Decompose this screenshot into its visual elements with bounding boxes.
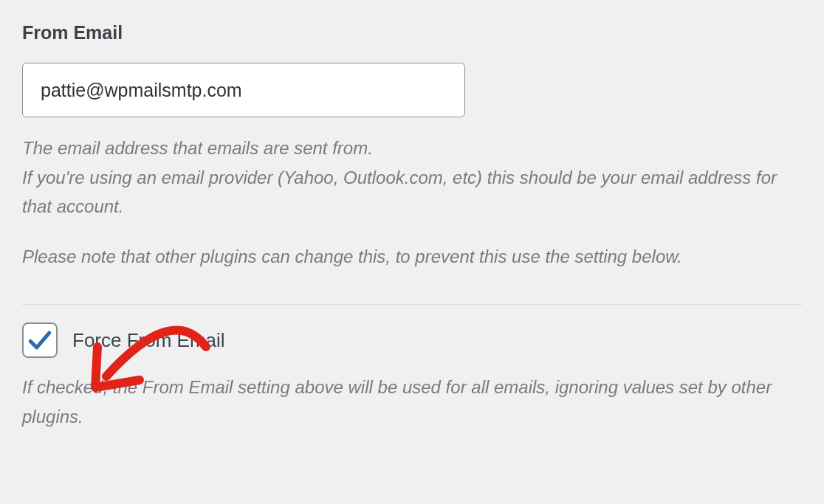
check-icon bbox=[27, 328, 52, 353]
from-email-input[interactable] bbox=[22, 63, 465, 117]
force-from-email-label[interactable]: Force From Email bbox=[72, 329, 225, 352]
section-divider bbox=[22, 304, 802, 305]
help-text-line: The email address that emails are sent f… bbox=[22, 134, 802, 163]
from-email-label: From Email bbox=[22, 22, 802, 44]
help-text-line: Please note that other plugins can chang… bbox=[22, 242, 802, 272]
force-from-email-checkbox[interactable] bbox=[22, 322, 58, 358]
force-from-email-help: If checked, the From Email setting above… bbox=[22, 373, 802, 431]
force-from-email-row: Force From Email bbox=[22, 322, 802, 358]
from-email-help: The email address that emails are sent f… bbox=[22, 134, 802, 271]
help-text-line: If you're using an email provider (Yahoo… bbox=[22, 163, 802, 221]
from-email-section: From Email The email address that emails… bbox=[22, 22, 802, 432]
